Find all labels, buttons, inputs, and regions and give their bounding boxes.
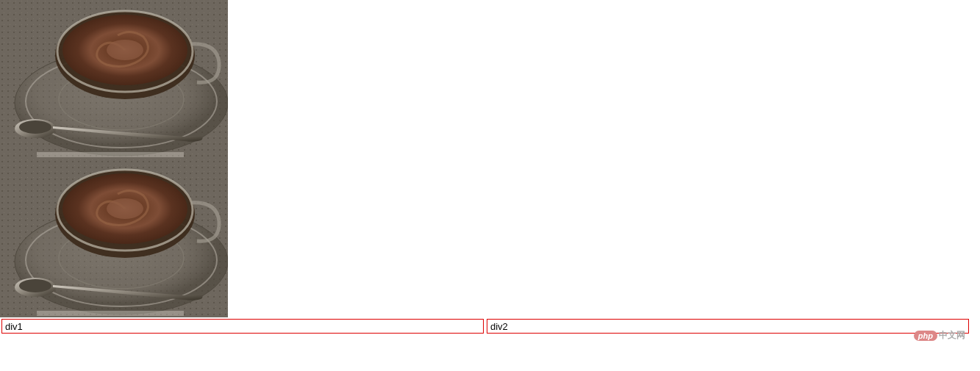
div2-label: div2: [490, 321, 508, 332]
svg-point-28: [19, 279, 51, 292]
svg-point-13: [19, 120, 51, 134]
svg-point-11: [107, 40, 143, 60]
php-badge-icon: php: [914, 331, 937, 341]
image-1: [0, 0, 228, 159]
div1-label: div1: [5, 321, 23, 332]
divs-row: div1 div2: [1, 319, 969, 334]
div2-box: div2: [487, 319, 969, 334]
watermark: php 中文网: [914, 329, 965, 342]
image-2: [0, 159, 228, 317]
watermark-text: 中文网: [939, 329, 965, 342]
svg-rect-14: [37, 152, 184, 157]
svg-point-26: [107, 198, 143, 219]
svg-rect-29: [37, 311, 184, 316]
coffee-cup-icon: [0, 0, 228, 159]
div1-box: div1: [1, 319, 484, 334]
coffee-cup-icon: [0, 159, 228, 317]
